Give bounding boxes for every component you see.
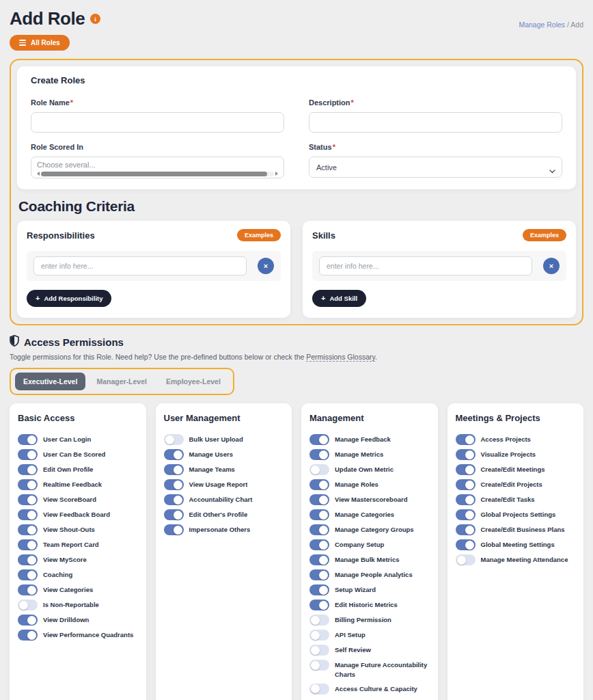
status-select[interactable]: Active bbox=[309, 157, 562, 178]
scrollbar-track[interactable] bbox=[41, 172, 274, 176]
permission-toggle[interactable] bbox=[164, 449, 184, 460]
scroll-right-arrow-icon[interactable] bbox=[275, 172, 278, 176]
permission-label: View Shout-Outs bbox=[43, 524, 95, 535]
permission-level-tab[interactable]: Employee-Level bbox=[158, 373, 229, 390]
permission-toggle[interactable] bbox=[456, 494, 475, 505]
permission-row: View Masterscoreboard bbox=[309, 494, 430, 505]
permission-label: Setup Wizard bbox=[335, 584, 376, 595]
permission-label: Accountability Chart bbox=[189, 494, 253, 504]
permission-level-tab[interactable]: Executive-Level bbox=[15, 373, 85, 390]
permission-row: View Drilldown bbox=[18, 615, 138, 625]
permission-toggle[interactable] bbox=[18, 449, 38, 460]
permission-row: Accountability Chart bbox=[164, 494, 284, 505]
create-roles-heading: Create Roles bbox=[31, 75, 562, 85]
scrollbar-thumb[interactable] bbox=[41, 172, 267, 176]
permission-toggle[interactable] bbox=[456, 539, 475, 550]
permission-label: Team Report Card bbox=[43, 539, 99, 550]
permission-toggle[interactable] bbox=[309, 615, 329, 625]
permission-row: Is Non-Reportable bbox=[18, 600, 138, 610]
permission-toggle[interactable] bbox=[18, 509, 38, 520]
permission-toggle[interactable] bbox=[18, 569, 38, 580]
entry-input[interactable] bbox=[319, 256, 532, 275]
list-icon bbox=[19, 40, 26, 46]
permission-toggle[interactable] bbox=[309, 509, 329, 520]
permission-toggle[interactable] bbox=[18, 554, 38, 565]
permission-toggle[interactable] bbox=[309, 494, 329, 505]
permission-toggle[interactable] bbox=[164, 509, 184, 520]
role-scored-in-multiselect[interactable]: Choose several... bbox=[31, 157, 284, 178]
permission-toggle[interactable] bbox=[164, 524, 184, 535]
permission-label: Edit Historic Metrics bbox=[335, 600, 398, 610]
role-name-input[interactable] bbox=[31, 112, 284, 133]
permission-toggle[interactable] bbox=[309, 660, 329, 671]
add-entry-button[interactable]: + Add Skill bbox=[312, 290, 366, 307]
add-entry-button[interactable]: + Add Responsibility bbox=[27, 290, 111, 307]
permission-toggle[interactable] bbox=[164, 464, 184, 475]
permission-row: Manage People Analytics bbox=[309, 569, 430, 580]
permission-toggle[interactable] bbox=[456, 464, 475, 475]
permission-label: User Can Login bbox=[43, 434, 91, 444]
permission-label: Manage Categories bbox=[335, 509, 394, 520]
permission-toggle[interactable] bbox=[309, 524, 329, 535]
remove-entry-button[interactable]: × bbox=[258, 258, 274, 274]
permission-toggle[interactable] bbox=[309, 479, 329, 490]
permission-row: Bulk User Upload bbox=[164, 434, 284, 445]
permission-toggle[interactable] bbox=[309, 569, 329, 580]
permission-toggle[interactable] bbox=[18, 630, 38, 641]
permission-row: User Can Be Scored bbox=[18, 449, 138, 460]
permission-toggle[interactable] bbox=[456, 509, 475, 520]
permission-toggle[interactable] bbox=[309, 449, 329, 460]
group-title: Meetings & Projects bbox=[456, 413, 576, 423]
permission-toggle[interactable] bbox=[456, 434, 475, 445]
permission-toggle[interactable] bbox=[18, 464, 38, 475]
permission-toggle[interactable] bbox=[18, 479, 38, 490]
permission-toggle[interactable] bbox=[456, 554, 475, 565]
permission-toggle[interactable] bbox=[309, 434, 329, 445]
permission-row: Setup Wizard bbox=[309, 584, 430, 595]
role-scored-in-label: Role Scored In bbox=[31, 143, 83, 151]
permission-toggle[interactable] bbox=[456, 449, 475, 460]
permission-label: Manage Users bbox=[189, 449, 233, 459]
permission-toggle[interactable] bbox=[309, 684, 329, 695]
permission-toggle[interactable] bbox=[18, 434, 38, 445]
permission-row: Global Projects Settings bbox=[456, 509, 576, 520]
permission-toggle[interactable] bbox=[18, 539, 38, 550]
permission-toggle[interactable] bbox=[164, 494, 184, 505]
permission-toggle[interactable] bbox=[18, 494, 38, 505]
permission-label: View Usage Report bbox=[189, 479, 248, 489]
examples-button[interactable]: Examples bbox=[237, 229, 281, 241]
permission-toggle[interactable] bbox=[309, 554, 329, 565]
create-role-highlight-box: Create Roles Role Name* Description* bbox=[10, 59, 583, 325]
info-icon[interactable]: i bbox=[90, 14, 100, 24]
permission-toggle[interactable] bbox=[309, 630, 329, 641]
entry-row: × bbox=[27, 251, 281, 281]
examples-button[interactable]: Examples bbox=[523, 229, 566, 241]
permission-label: Edit Other's Profile bbox=[189, 509, 248, 520]
remove-entry-button[interactable]: × bbox=[543, 258, 560, 274]
permission-toggle[interactable] bbox=[309, 600, 329, 610]
permissions-glossary-link[interactable]: Permissions Glossary bbox=[306, 353, 375, 362]
permission-toggle[interactable] bbox=[309, 645, 329, 656]
breadcrumb-manage-roles-link[interactable]: Manage Roles bbox=[519, 21, 565, 29]
entry-input[interactable] bbox=[33, 256, 247, 275]
permission-toggle[interactable] bbox=[309, 464, 329, 475]
permission-label: Manage Metrics bbox=[335, 449, 383, 459]
all-roles-button[interactable]: All Roles bbox=[10, 35, 70, 51]
permission-toggle[interactable] bbox=[456, 524, 475, 535]
description-input[interactable] bbox=[309, 112, 562, 133]
permission-toggle[interactable] bbox=[309, 584, 329, 595]
shield-icon bbox=[10, 335, 19, 349]
scroll-left-arrow-icon[interactable] bbox=[37, 172, 40, 176]
access-permissions-description: Toggle permissions for this Role. Need h… bbox=[10, 353, 583, 361]
permission-level-tab[interactable]: Manager-Level bbox=[88, 373, 155, 390]
permission-toggle[interactable] bbox=[456, 479, 475, 490]
permission-toggle[interactable] bbox=[18, 600, 38, 610]
permission-toggle[interactable] bbox=[164, 434, 184, 445]
permission-toggle[interactable] bbox=[309, 539, 329, 550]
permission-toggle[interactable] bbox=[18, 615, 38, 625]
permission-toggle[interactable] bbox=[18, 524, 38, 535]
permission-toggle[interactable] bbox=[18, 584, 38, 595]
permission-toggle[interactable] bbox=[164, 479, 184, 490]
permission-row: Manage Roles bbox=[309, 479, 430, 490]
status-label: Status* bbox=[309, 143, 335, 151]
